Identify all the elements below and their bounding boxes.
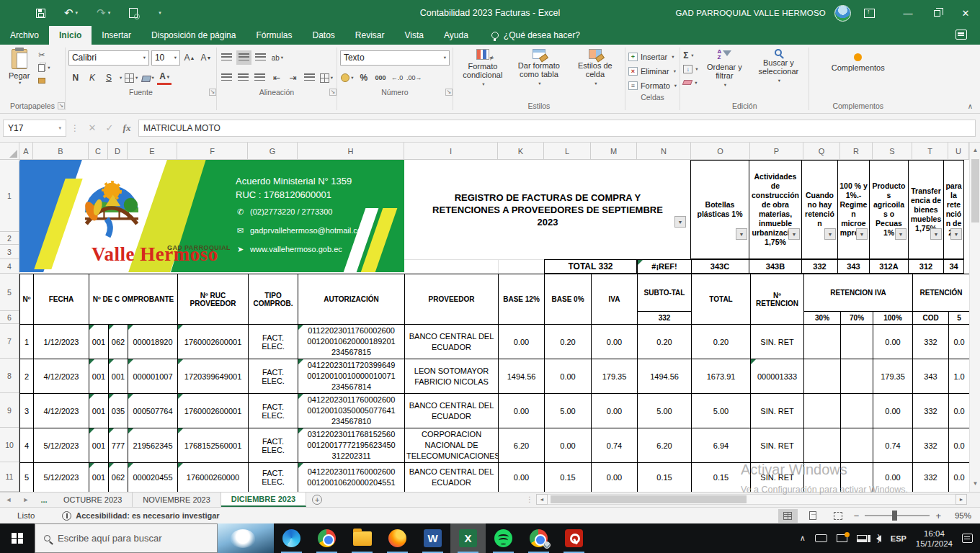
column-header-N[interactable]: N (637, 143, 691, 160)
cell-T11[interactable]: 332 (913, 463, 949, 493)
cell-F8[interactable]: 1720399649001 (178, 359, 249, 394)
cell-B11[interactable]: 5/12/2023 (34, 463, 89, 493)
filter-dropdown-U[interactable]: ▼ (950, 228, 962, 240)
cell-M11[interactable]: 0.00 (592, 463, 638, 493)
column-header-H[interactable]: H (298, 143, 404, 160)
cell-E7[interactable]: 000018920 (128, 325, 178, 359)
zoom-slider[interactable] (865, 515, 930, 516)
alignment-dialog-launcher[interactable]: ↘ (329, 89, 337, 96)
cell-Q8[interactable] (804, 359, 841, 394)
header-subtotal[interactable]: SUBTO-TAL (638, 274, 692, 312)
decrease-decimal-button[interactable]: .00→ (406, 71, 422, 85)
cell-R7[interactable] (841, 325, 873, 359)
cell-C11[interactable]: 001 (89, 463, 109, 493)
cell-E10[interactable]: 219562345 (128, 428, 178, 463)
taskbar-word[interactable]: W (415, 523, 450, 553)
select-all-button[interactable] (0, 143, 19, 160)
cell-F7[interactable]: 1760002600001 (178, 325, 249, 359)
format-as-table-button[interactable]: Dar formato como tabla▾ (512, 46, 566, 86)
sheet-overflow-button[interactable]: ... (35, 493, 53, 507)
increase-font-button[interactable]: A▲ (182, 50, 197, 65)
tab-revisar[interactable]: Revisar (345, 26, 395, 45)
cell-U10[interactable]: 0.0 (949, 428, 970, 463)
cell-N7[interactable]: 0.20 (638, 325, 692, 359)
filter-header-R[interactable]: 100 % y 1%.- Regimen microempresa▼ (837, 160, 870, 259)
cell-S7[interactable]: 0.00 (873, 325, 913, 359)
cell-U8[interactable]: 1.0 (949, 359, 970, 394)
taskbar-firefox[interactable] (380, 523, 415, 553)
header-comprobante[interactable]: Nº DE C OMPROBANTE (89, 274, 178, 325)
cell-B10[interactable]: 5/12/2023 (34, 428, 89, 463)
cell-H8[interactable]: 04122023011720399649 0012001001000001007… (298, 359, 405, 394)
header-70[interactable]: 70% (841, 312, 873, 325)
taskbar-search[interactable]: Escribe aquí para buscar (35, 523, 218, 553)
cell-A7[interactable]: 1 (20, 325, 34, 359)
column-header-M[interactable]: M (591, 143, 637, 160)
filter-header-U[interactable]: para la retención de 2,7▼ (943, 160, 964, 259)
cell-I7[interactable]: BANCO CENTRAL DEL ECUADOR (405, 325, 499, 359)
cell-B8[interactable]: 4/12/2023 (34, 359, 89, 394)
align-right-button[interactable] (253, 71, 267, 85)
cell-F10[interactable]: 1768152560001 (178, 428, 249, 463)
cell-L8[interactable]: 0.00 (545, 359, 592, 394)
header-base12[interactable]: BASE 12% (499, 274, 545, 325)
cell-O9[interactable]: 5.00 (692, 394, 751, 428)
row-header-5[interactable]: 5 (0, 274, 19, 311)
filter-dropdown-R[interactable]: ▼ (856, 228, 868, 240)
collapse-ribbon-button[interactable]: ∧ (968, 102, 973, 110)
underline-button[interactable]: S (102, 71, 116, 85)
number-format-select[interactable]: Texto▾ (340, 50, 450, 66)
format-cells-button[interactable]: ≡Formato▾ (628, 79, 677, 92)
clipboard-dialog-launcher[interactable]: ↘ (58, 102, 65, 109)
column-header-P[interactable]: P (750, 143, 803, 160)
increase-indent-button[interactable]: ⇥ (286, 71, 300, 85)
fill-button[interactable]: ↓▾ (683, 63, 698, 75)
header-30[interactable]: 30% (804, 312, 841, 325)
align-middle-button[interactable] (236, 50, 251, 65)
cell-M8[interactable]: 179.35 (592, 359, 638, 394)
cell-S10[interactable]: 0.74 (873, 428, 913, 463)
account-avatar[interactable] (834, 5, 851, 22)
cell-T8[interactable]: 343 (913, 359, 949, 394)
cell-styles-button[interactable]: Estilos de celda▾ (569, 46, 622, 86)
action-center-button[interactable] (962, 534, 973, 543)
cell-L7[interactable]: 0.20 (545, 325, 592, 359)
cell-I10[interactable]: CORPORACION NACIONAL DE TELECOMUNICACION… (405, 428, 499, 463)
cell-U9[interactable]: 0.0 (949, 394, 970, 428)
cell-D7[interactable]: 062 (109, 325, 128, 359)
page-break-view-button[interactable] (829, 509, 848, 523)
column-header-I[interactable]: I (404, 143, 498, 160)
header-pct[interactable]: 5 (949, 312, 970, 325)
filter-header-Q[interactable]: Cuando no hay retención▼ (801, 160, 838, 259)
retention-code-P[interactable]: 343B (749, 259, 802, 274)
formula-input[interactable]: MATRICULA MOTO (138, 120, 976, 137)
italic-button[interactable]: K (85, 71, 99, 85)
cell-E11[interactable]: 000020455 (128, 463, 178, 493)
cell-F11[interactable]: 176000260000 (178, 463, 249, 493)
comments-icon[interactable] (956, 30, 967, 40)
cell-I11[interactable]: BANCO CENTRAL DEL ECUADOR (405, 463, 499, 493)
cell-T7[interactable]: 332 (913, 325, 949, 359)
delete-cells-button[interactable]: ×Eliminar▾ (628, 65, 677, 78)
account-name[interactable]: GAD PARROQUIAL VALLE HERMOSO (675, 9, 826, 17)
header-proveedor[interactable]: PROVEEDOR (405, 274, 499, 325)
tab-archivo[interactable]: Archivo (0, 26, 49, 45)
cell-K11[interactable]: 0.00 (499, 463, 545, 493)
sheet-title-cell[interactable]: REGISTRO DE FACTURAS DE COMPRA Y RETENCI… (404, 160, 691, 259)
title-filter-dropdown[interactable]: ▼ (674, 216, 686, 228)
cell-G10[interactable]: FACT. ELEC. (249, 428, 298, 463)
taskbar-acrobat[interactable] (556, 523, 592, 553)
row-header-7[interactable]: 7 (0, 324, 19, 359)
cell-B9[interactable]: 4/12/2023 (34, 394, 89, 428)
cell-R10[interactable] (841, 428, 873, 463)
scroll-left-arrow[interactable]: ◄ (536, 494, 548, 505)
filter-dropdown-T[interactable]: ▼ (930, 228, 942, 240)
retention-code-R[interactable]: 343 (837, 259, 870, 274)
cell-P10[interactable]: SIN. RET (751, 428, 804, 463)
vertical-scrollbar[interactable]: ▲ ▼ (969, 143, 980, 492)
language-indicator[interactable]: ESP (891, 534, 906, 543)
accounting-format-button[interactable]: ▾ (340, 71, 355, 85)
tab-inicio[interactable]: Inicio (49, 26, 92, 45)
horizontal-scrollbar[interactable]: ⋮ ◄ ► (526, 493, 967, 505)
cell-I8[interactable]: LEON SOTOMAYOR FABRICIO NICOLAS (405, 359, 499, 394)
